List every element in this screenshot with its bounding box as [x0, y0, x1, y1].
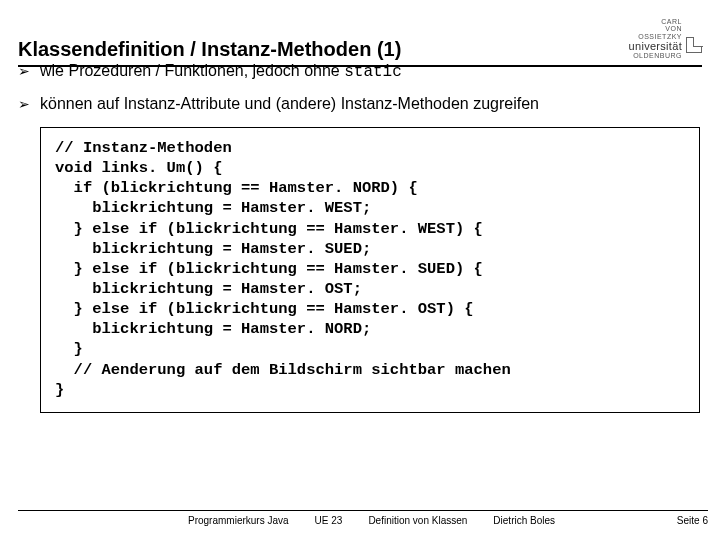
bullet-arrow-icon: ➢	[18, 64, 30, 78]
bullet-item: ➢ wie Prozeduren / Funktionen, jedoch oh…	[18, 62, 702, 81]
footer-page: Seite 6	[677, 515, 708, 526]
bullet-text: können auf Instanz-Attribute und (andere…	[40, 95, 539, 113]
university-logo: CARL VON OSSIETZKY universität OLDENBURG	[629, 18, 702, 61]
logo-city: OLDENBURG	[629, 52, 682, 59]
logo-line: CARL VON OSSIETZKY	[629, 18, 682, 40]
slide-footer: Programmierkurs Java UE 23 Definition vo…	[18, 510, 708, 526]
logo-text-block: CARL VON OSSIETZKY universität OLDENBURG	[629, 18, 682, 59]
bullet-text: wie Prozeduren / Funktionen, jedoch ohne…	[40, 62, 402, 81]
bullet-item: ➢ können auf Instanz-Attribute und (ande…	[18, 95, 702, 113]
footer-course: Programmierkurs Java	[188, 515, 289, 526]
logo-university: universität	[629, 40, 682, 52]
slide-title: Klassendefinition / Instanz-Methoden (1)	[18, 38, 401, 61]
bullet-arrow-icon: ➢	[18, 97, 30, 111]
footer-left: Programmierkurs Java UE 23 Definition vo…	[188, 515, 555, 526]
footer-unit: UE 23	[315, 515, 343, 526]
footer-topic: Definition von Klassen	[368, 515, 467, 526]
slide-content: ➢ wie Prozeduren / Funktionen, jedoch oh…	[18, 62, 702, 413]
code-block: // Instanz-Methoden void links. Um() { i…	[40, 127, 700, 413]
footer-author: Dietrich Boles	[493, 515, 555, 526]
logo-square-icon	[686, 37, 702, 53]
slide-header: Klassendefinition / Instanz-Methoden (1)…	[18, 18, 702, 67]
